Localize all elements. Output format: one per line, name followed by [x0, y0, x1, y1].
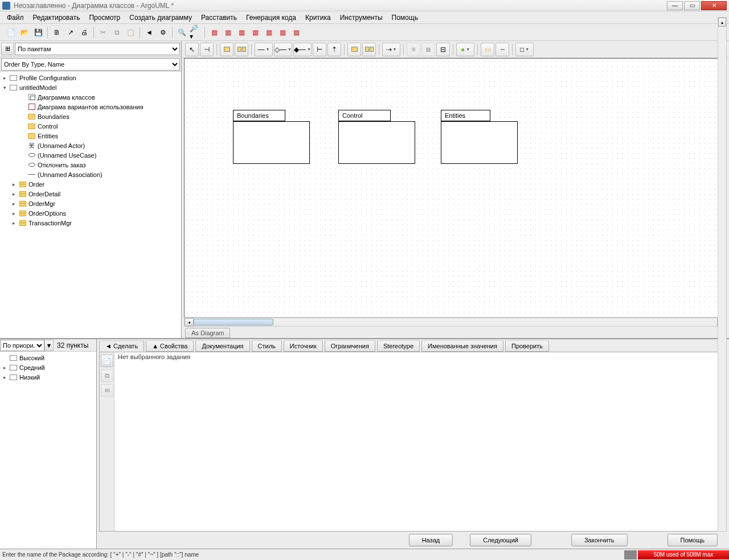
tree-item[interactable]: ▸TransactionMgr — [1, 218, 180, 228]
properties-tab[interactable]: Именованные значения — [421, 340, 503, 352]
find-button[interactable]: 🔍 — [175, 26, 188, 39]
diagram-canvas[interactable]: BoundariesControlEntities — [185, 59, 727, 318]
orderby-select[interactable]: Order By Type, Name — [1, 58, 180, 71]
mail-todo-icon[interactable]: ✉ — [101, 384, 113, 397]
tree-item[interactable]: ▸OrderOptions — [1, 208, 180, 218]
notelink-tool[interactable]: ┄ — [495, 43, 509, 56]
oper-tool[interactable]: ≣ — [421, 43, 435, 56]
class-tool[interactable] — [235, 43, 248, 56]
package-shape[interactable]: Control — [338, 110, 415, 164]
properties-tab[interactable]: Проверить — [505, 340, 549, 352]
nav-back-button[interactable]: ◄ — [143, 26, 155, 39]
todo-tree[interactable]: Высокий▸Средний▸Низкий — [0, 352, 96, 549]
minimize-button[interactable]: — — [667, 1, 683, 10]
tree-toggle-icon[interactable]: ▸ — [13, 201, 18, 207]
dep-tool[interactable]: ⇢▼ — [382, 43, 400, 56]
menu-помощь[interactable]: Помощь — [387, 13, 423, 23]
diag7-button[interactable]: ▦ — [290, 26, 302, 39]
tree-toggle-icon[interactable]: ▸ — [3, 365, 9, 370]
paste-button[interactable]: 📋 — [124, 26, 137, 39]
select-tool[interactable]: ↖ — [185, 43, 199, 56]
tree-item[interactable]: (Unnamed UseCase) — [1, 150, 180, 160]
package-shape[interactable]: Boundaries — [233, 110, 310, 164]
tree-toggle-icon[interactable]: ▸ — [13, 191, 18, 197]
project-button[interactable]: 🗎 — [51, 26, 63, 39]
tree-expand-icon[interactable]: ⊞ — [1, 43, 14, 55]
as-diagram-tab[interactable]: As Diagram — [185, 328, 230, 338]
tree-item[interactable]: Boundaries — [1, 112, 180, 121]
perspective-select[interactable]: По пакетам — [15, 43, 180, 55]
properties-tab[interactable]: Стиль — [252, 340, 282, 352]
todo-item[interactable]: Высокий — [1, 353, 95, 363]
finish-button[interactable]: Закончить — [571, 534, 628, 546]
tree-toggle-icon[interactable]: ▸ — [3, 75, 9, 81]
properties-tab[interactable]: Stereotype — [377, 340, 420, 352]
diag2-button[interactable]: ▦ — [222, 26, 234, 39]
package-tool[interactable] — [220, 43, 234, 56]
copy-button[interactable]: ⧉ — [110, 26, 123, 39]
tree-toggle-icon[interactable]: ▾ — [3, 85, 9, 90]
properties-tab[interactable]: ◄ Сделать — [99, 340, 144, 352]
broom-tool[interactable]: ⊣ — [200, 43, 214, 56]
assoc-tool[interactable]: —▼ — [255, 43, 273, 56]
print-button[interactable]: 🖨 — [78, 26, 91, 39]
properties-tab[interactable]: Источник — [284, 340, 323, 352]
tree-item[interactable]: ▾untitledModel — [1, 83, 180, 92]
tree-item[interactable]: ▸Order — [1, 179, 180, 189]
comp-tool[interactable]: ◆—▼ — [293, 43, 312, 56]
menu-файл[interactable]: Файл — [2, 13, 28, 23]
diag5-button[interactable]: ▦ — [263, 26, 275, 39]
canvas-scrollbar-h[interactable]: ◂ ▸ — [184, 318, 727, 327]
tree-item[interactable]: Диаграмма классов — [1, 92, 180, 102]
interface-tool[interactable] — [347, 43, 361, 56]
todo-sort-select[interactable]: По приори... — [0, 340, 44, 351]
note-tool[interactable]: ▭ — [481, 43, 494, 56]
todo-sort-dd[interactable]: ▼ — [44, 340, 54, 351]
new-button[interactable]: 📄 — [5, 26, 17, 39]
menu-инструменты[interactable]: Инструменты — [335, 13, 387, 23]
menu-создать диаграмму[interactable]: Создать диаграмму — [125, 13, 196, 23]
copy-todo-icon[interactable]: ⧉ — [101, 369, 113, 382]
maximize-button[interactable]: ▭ — [684, 1, 700, 10]
todo-item[interactable]: ▸Низкий — [1, 372, 95, 382]
export-button[interactable]: ↗ — [64, 26, 77, 39]
tree-item[interactable]: Диаграма вариантов использования — [1, 102, 180, 112]
menu-редактировать[interactable]: Редактировать — [28, 13, 85, 23]
diag1-button[interactable]: ▦ — [208, 26, 220, 39]
signal-tool[interactable]: ●▼ — [456, 43, 474, 56]
tree-item[interactable]: ▸Profile Configuration — [1, 73, 180, 83]
explorer-tree[interactable]: ▸Profile Configuration▾untitledModelДиаг… — [0, 72, 181, 338]
close-button[interactable]: ✕ — [701, 1, 727, 10]
assocclass-tool[interactable]: ⊟ — [436, 43, 450, 56]
cut-button[interactable]: ✂ — [97, 26, 109, 39]
tree-toggle-icon[interactable]: ▸ — [3, 374, 9, 380]
menu-расставить[interactable]: Расставить — [196, 13, 241, 23]
menu-генерация кода[interactable]: Генерация кода — [241, 13, 301, 23]
tree-item[interactable]: (Unnamed Association) — [1, 170, 180, 179]
properties-tab[interactable]: Документация — [195, 340, 249, 352]
save-button[interactable]: 💾 — [32, 26, 44, 39]
diag4-button[interactable]: ▦ — [249, 26, 261, 39]
tree-item[interactable]: ▸OrderDetail — [1, 189, 180, 199]
shape-tool[interactable]: □▼ — [515, 43, 534, 56]
tree-toggle-icon[interactable]: ▸ — [13, 182, 18, 187]
new-todo-icon[interactable]: 📄 — [101, 355, 113, 367]
zoom-button[interactable]: 🔎▾ — [189, 26, 202, 39]
diag6-button[interactable]: ▦ — [276, 26, 289, 39]
aggr-tool[interactable]: ◇—▼ — [274, 43, 292, 56]
open-button[interactable]: 📂 — [18, 26, 31, 39]
next-button[interactable]: Следующий — [470, 534, 531, 546]
menu-просмотр[interactable]: Просмотр — [84, 13, 125, 23]
package-body[interactable] — [233, 121, 310, 164]
tree-toggle-icon[interactable]: ▸ — [13, 220, 18, 226]
properties-tab[interactable]: ▲ Свойства — [146, 340, 194, 352]
real-tool[interactable]: ⇡ — [327, 43, 341, 56]
canvas-scrollbar-v[interactable]: ▴ — [718, 17, 727, 532]
package-shape[interactable]: Entities — [441, 110, 518, 164]
enum-tool[interactable] — [362, 43, 376, 56]
tree-item[interactable]: Отклонить заказ — [1, 160, 180, 170]
gen-tool[interactable]: ⊢ — [313, 43, 326, 56]
todo-item[interactable]: ▸Средний — [1, 363, 95, 372]
tree-item[interactable]: Control — [1, 121, 180, 131]
tree-item[interactable]: 옷(Unnamed Actor) — [1, 141, 180, 150]
